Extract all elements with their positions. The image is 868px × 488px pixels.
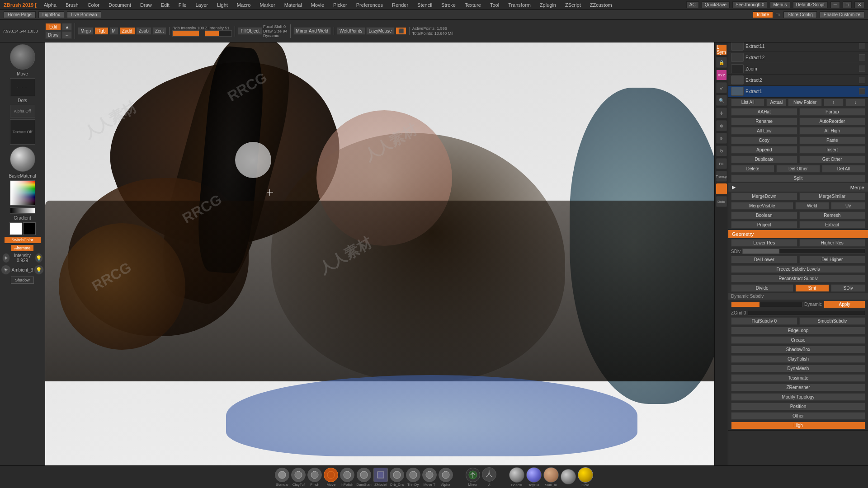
sdiv2-button[interactable]: SDiv <box>831 284 865 292</box>
fillobject-button[interactable]: FillObject <box>238 27 262 35</box>
autoreorder-button[interactable]: AutoReorder <box>799 117 866 125</box>
mat-gold[interactable]: Gold <box>578 467 593 487</box>
portup-button[interactable]: Portup <box>799 108 866 116</box>
tool-claytube[interactable]: ClayTuf <box>291 468 306 487</box>
copy-button[interactable]: Copy <box>731 136 797 144</box>
enablecustomize-button[interactable]: Enable Customize <box>820 11 864 18</box>
alllow-button[interactable]: All Low <box>731 127 797 135</box>
ri-pan-btn[interactable]: ⊕ <box>716 120 727 131</box>
tool-orbcrack[interactable]: Orb_Cra <box>390 468 404 487</box>
menu-stencil[interactable]: Stencil <box>415 1 434 9</box>
menu-zplugin[interactable]: Zplugin <box>538 1 558 9</box>
mergesimilar-button[interactable]: MergeSimilar <box>799 192 866 200</box>
aadown-button[interactable]: ↓ <box>845 99 865 106</box>
merge-header[interactable]: ▶ Merge <box>728 183 868 192</box>
tool-person[interactable]: 人 人 <box>482 467 496 487</box>
rgb-intensity-slider[interactable] <box>172 30 199 37</box>
uv-button[interactable]: Uv <box>831 202 865 210</box>
ri-fill-btn[interactable]: Fill <box>716 158 727 169</box>
zremesher-button[interactable]: ZRemesher <box>731 384 865 391</box>
lowerres-button[interactable]: Lower Res <box>731 239 797 247</box>
storeconfig-button[interactable]: Store Config <box>783 11 817 18</box>
delother-button[interactable]: Del Other <box>776 165 820 173</box>
subtool-vis-extract1[interactable] <box>859 88 865 94</box>
append-button[interactable]: Append <box>731 146 797 154</box>
split-button[interactable]: Split <box>731 174 865 182</box>
seethrough-button[interactable]: See-through 0 <box>732 1 767 8</box>
ri-transp-btn[interactable]: Transp <box>716 171 727 182</box>
gradient-bar[interactable] <box>10 207 35 214</box>
mat-grey[interactable] <box>561 469 576 485</box>
defaultscript-button[interactable]: DefaultZScript <box>793 1 828 8</box>
dellower-button[interactable]: Del Lower <box>731 256 797 263</box>
smt-button[interactable]: Smt <box>795 284 830 292</box>
menu-edit[interactable]: Edit <box>159 1 171 9</box>
weldpoints-button[interactable]: WeldPoints <box>337 27 365 35</box>
newfolder-button[interactable]: New Folder <box>788 99 821 106</box>
remesh-button[interactable]: Remesh <box>799 211 866 219</box>
minimize-button[interactable]: ─ <box>830 1 840 8</box>
shadowbox-button[interactable]: ShadowBox <box>731 346 865 353</box>
crease-button[interactable]: Crease <box>731 336 865 344</box>
menus-button[interactable]: Menus <box>770 1 790 8</box>
subtool-vis-zoom[interactable] <box>859 66 865 72</box>
ri-xyz-btn[interactable]: XYZ <box>716 70 727 80</box>
aahat-button[interactable]: AAHat <box>731 108 797 116</box>
tool-hpolish[interactable]: hPolish <box>340 468 354 487</box>
z-intensity-slider[interactable] <box>205 30 232 37</box>
aaret-button[interactable]: ↑ <box>824 99 844 106</box>
menu-document[interactable]: Document <box>107 1 133 9</box>
close-button[interactable]: ✕ <box>854 1 864 8</box>
paste-button[interactable]: Paste <box>799 136 866 144</box>
listall-button[interactable]: List All <box>731 99 764 106</box>
sdiv-slider[interactable] <box>742 249 865 254</box>
menu-macro[interactable]: Macro <box>235 1 253 9</box>
weld-button[interactable]: Weld <box>795 202 830 210</box>
tool-zmodeler[interactable]: ZModel <box>373 468 388 487</box>
ri-cursor-btn[interactable]: ↙ <box>716 82 727 93</box>
tessimate-button[interactable]: Tessimate <box>731 374 865 382</box>
menu-zscript[interactable]: ZScript <box>563 1 583 9</box>
delhigher-button[interactable]: Del Higher <box>799 256 866 263</box>
alpha-swatch[interactable]: Alpha Off <box>10 105 35 117</box>
mirrorweld-button[interactable]: Mirror And Weld <box>293 27 331 35</box>
flatsubdiv-button[interactable]: FlatSubdiv 0 <box>731 317 797 325</box>
color-picker[interactable] <box>10 180 35 206</box>
edit-button[interactable]: Edit <box>45 23 61 31</box>
allhigh-button[interactable]: All High <box>799 127 866 135</box>
brush-preview[interactable] <box>10 44 35 70</box>
draw-button[interactable]: Draw <box>45 31 61 39</box>
ri-zoom-btn[interactable]: 🔍 <box>716 95 727 106</box>
fg-color-swatch[interactable] <box>9 222 22 235</box>
dots-preview[interactable]: · · · <box>10 78 35 96</box>
liveboolean-button[interactable]: Live Boolean <box>67 11 101 18</box>
rename-button[interactable]: Rename <box>731 117 797 125</box>
ri-doto-btn[interactable]: Doto <box>716 196 727 207</box>
menu-layer[interactable]: Layer <box>193 1 210 9</box>
lazy-active[interactable]: ⬛ <box>396 27 406 35</box>
menu-transform[interactable]: Transform <box>506 1 533 9</box>
geometry-header[interactable]: Geometry <box>728 230 868 238</box>
menu-light[interactable]: Light <box>215 1 230 9</box>
subtool-item-extract2[interactable]: Extract2 <box>728 75 868 86</box>
ri-lsym-btn[interactable]: LSym <box>716 44 727 55</box>
mergevisible-button[interactable]: MergeVisible <box>731 202 793 210</box>
tool-movet[interactable]: Move T <box>422 468 437 487</box>
ri-orange-sq[interactable] <box>716 183 727 194</box>
mrgp-button[interactable]: Mrgp <box>78 27 94 35</box>
menu-zzcustom[interactable]: ZZcustom <box>588 1 614 9</box>
subtool-vis-extract11[interactable] <box>859 43 865 49</box>
mergedown-button[interactable]: MergeDown <box>731 192 797 200</box>
maximize-button[interactable]: □ <box>843 1 852 8</box>
duplicate-button[interactable]: Duplicate <box>731 155 797 163</box>
menu-render[interactable]: Render <box>390 1 410 9</box>
menu-color[interactable]: Color <box>86 1 101 9</box>
quicksave-button[interactable]: QuickSave <box>702 1 730 8</box>
light-icon-btn-1[interactable]: ☀ <box>2 253 10 263</box>
other-button[interactable]: Other <box>731 412 865 420</box>
lightbox-button[interactable]: LightBox <box>38 11 64 18</box>
getother-button[interactable]: Get Other <box>799 155 866 163</box>
ri-move-btn[interactable]: ✛ <box>716 108 727 118</box>
tool-pinch[interactable]: Pinch <box>307 468 322 487</box>
menu-tool[interactable]: Tool <box>488 1 501 9</box>
